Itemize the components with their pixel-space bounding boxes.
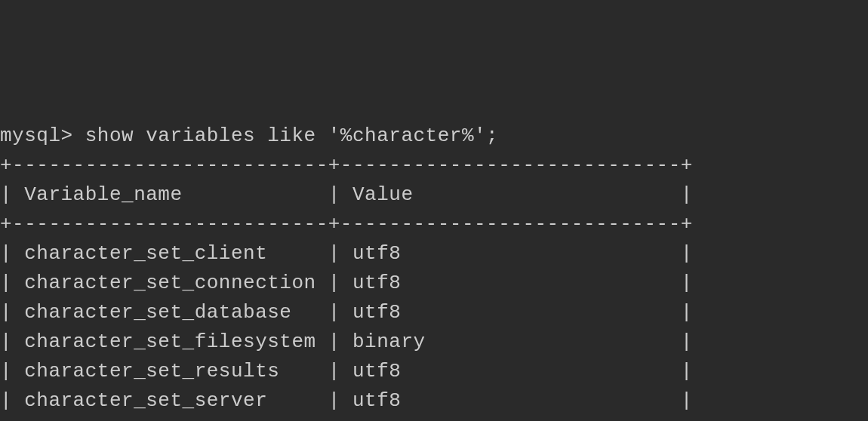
table-row: | character_set_connection | utf8 | (0, 272, 693, 294)
sql-command: show variables like '%character%'; (85, 124, 499, 147)
table-row: | character_set_filesystem | binary | (0, 330, 693, 353)
mysql-prompt: mysql> (0, 124, 85, 147)
table-row: | character_set_results | utf8 | (0, 360, 693, 383)
table-row: | character_set_server | utf8 | (0, 389, 693, 412)
table-border-mid: +--------------------------+------------… (0, 213, 693, 235)
table-header-row: | Variable_name | Value | (0, 183, 693, 206)
terminal-output: mysql> show variables like '%character%'… (0, 121, 868, 421)
table-border-top: +--------------------------+------------… (0, 154, 693, 177)
table-row: | character_set_database | utf8 | (0, 301, 693, 324)
table-row: | character_set_client | utf8 | (0, 242, 693, 265)
